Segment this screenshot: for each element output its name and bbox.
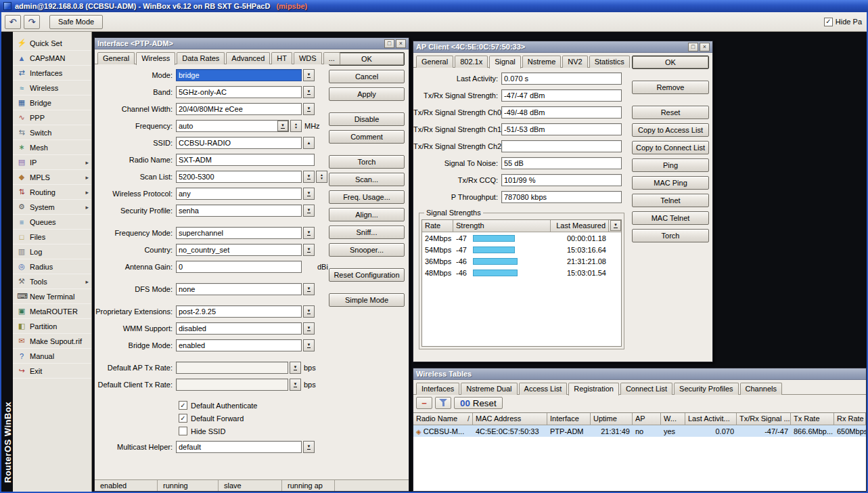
default-client-tx-rate-dropdown-button[interactable]: ▼ [290, 379, 301, 391]
column-interface[interactable]: Interface [547, 413, 591, 425]
maximize-button[interactable]: □ [688, 43, 698, 51]
ok-button[interactable]: OK [632, 56, 709, 69]
sidebar-item-queues[interactable]: ≡Queues [13, 215, 91, 230]
tab-nstreme-dual[interactable]: Nstreme Dual [461, 383, 517, 395]
frequency-spinner[interactable]: ▲▼ [290, 120, 302, 132]
mac-ping-button[interactable]: MAC Ping [632, 176, 709, 190]
column-signal[interactable]: Tx/Rx Signal ... [737, 413, 791, 425]
freq-usage-button[interactable]: Freq. Usage... [329, 190, 405, 204]
signal-strengths-table[interactable]: Rate Strength Last Measured ▼ 24Mbps -47… [421, 219, 622, 347]
bridge-mode-input[interactable]: enabled [176, 339, 302, 351]
column-mac-address[interactable]: MAC Address [473, 413, 547, 425]
signal-strength-ch1-value-box[interactable]: -51/-53 dBm [501, 123, 622, 135]
tab-nv2[interactable]: NV2 [562, 56, 587, 68]
tab-access-list[interactable]: Access List [519, 383, 568, 395]
remove-button[interactable]: Remove [632, 81, 709, 94]
tab-statistics[interactable]: Statistics [589, 56, 630, 68]
column-wds[interactable]: W... [661, 413, 685, 425]
sidebar-item-switch[interactable]: ⇆Switch [13, 125, 91, 140]
ping-button[interactable]: Ping [632, 158, 709, 172]
mac-telnet-button[interactable]: MAC Telnet [632, 211, 709, 225]
tab-wireless[interactable]: Wireless [136, 52, 175, 65]
sidebar-item-mesh[interactable]: ∗Mesh [13, 140, 91, 155]
sidebar-item-wireless[interactable]: ≈Wireless [13, 81, 91, 95]
default-client-tx-rate-input[interactable] [176, 379, 288, 391]
column-rx-rate[interactable]: Rx Rate [834, 413, 866, 425]
close-button[interactable]: × [396, 39, 406, 48]
sidebar-item-mpls[interactable]: ◆MPLS▸ [13, 170, 91, 185]
default-authenticate-checkbox[interactable]: ✓ [179, 401, 187, 410]
safe-mode-button[interactable]: Safe Mode [49, 15, 103, 29]
app-titlebar[interactable]: admin@192.168.0.8 (CCBSU-ADM) - WinBox v… [0, 0, 868, 12]
undo-button[interactable]: ↶ [5, 15, 21, 29]
remove-entry-button[interactable]: − [416, 397, 432, 409]
column-rate[interactable]: Rate [422, 220, 453, 232]
ssid-input[interactable]: CCBSU-RADIO [176, 137, 302, 149]
security-profile-dropdown-button[interactable]: ▼ [303, 205, 315, 217]
signal-row[interactable]: 36Mbps -46 21:31:21.08 [422, 255, 621, 267]
comment-button[interactable]: Comment [329, 130, 405, 144]
hide-passwords-toggle[interactable]: ✓ Hide Pa [824, 18, 863, 26]
channel-width-dropdown-button[interactable]: ▼ [303, 103, 315, 115]
country-input[interactable]: no_country_set [176, 244, 302, 256]
column-ap[interactable]: AP [633, 413, 661, 425]
tab-data-rates[interactable]: Data Rates [177, 52, 225, 64]
reset-button[interactable]: Reset [632, 106, 709, 119]
sidebar-item-new-terminal[interactable]: ⌨New Terminal [13, 289, 91, 304]
wireless-tables-titlebar[interactable]: Wireless Tables [413, 368, 866, 380]
signal-row[interactable]: 48Mbps -46 15:03:01.54 [422, 267, 621, 278]
snooper-button[interactable]: Snooper... [329, 243, 405, 257]
signal-to-noise-value-box[interactable]: 55 dB [501, 157, 622, 169]
sidebar-item-quick-set[interactable]: ⚡Quick Set [13, 36, 91, 51]
proprietary-extensions-input[interactable]: post-2.9.25 [176, 305, 302, 318]
ok-button[interactable]: OK [329, 52, 405, 66]
sidebar-item-interfaces[interactable]: ⇄Interfaces [13, 66, 91, 81]
default-ap-tx-rate-input[interactable] [176, 362, 288, 374]
mode-dropdown-button[interactable]: ▼ [303, 69, 315, 81]
interface-window-titlebar[interactable]: Interface <PTP-ADM> □ × [95, 38, 409, 49]
frequency-mode-input[interactable]: superchannel [176, 227, 302, 239]
ssid-collapse-button[interactable]: ▲ [303, 137, 315, 149]
multicast-helper-input[interactable]: default [176, 441, 302, 453]
antenna-gain-input[interactable]: 0 [176, 261, 302, 273]
tab-interfaces[interactable]: Interfaces [416, 383, 459, 395]
security-profile-input[interactable]: senha [176, 205, 302, 217]
tab-registration[interactable]: Registration [568, 383, 619, 395]
tab-general[interactable]: General [416, 56, 453, 68]
sidebar-item-exit[interactable]: ↪Exit [13, 364, 91, 379]
band-dropdown-button[interactable]: ▼ [303, 86, 315, 98]
column-radio-name[interactable]: Radio Name/ [413, 413, 473, 425]
copy-to-access-list-button[interactable]: Copy to Access List [632, 123, 709, 137]
ccq-value-box[interactable]: 101/99 % [501, 174, 622, 186]
scan-list-input[interactable]: 5200-5300 [176, 171, 302, 183]
dfs-mode-input[interactable]: none [176, 283, 302, 295]
reset-configuration-button[interactable]: Reset Configuration [329, 268, 405, 282]
sniff-button[interactable]: Sniff... [329, 226, 405, 239]
sidebar-item-ppp[interactable]: ∿PPP [13, 110, 91, 125]
column-select-dropdown-button[interactable]: ▼ [610, 220, 621, 231]
radio-name-input[interactable]: SXT-ADM [176, 154, 315, 166]
frequency-dropdown-button[interactable]: ▼ [277, 121, 288, 131]
maximize-button[interactable]: □ [384, 39, 394, 48]
sidebar-item-log[interactable]: ▥Log [13, 244, 91, 259]
reset-counters-button[interactable]: 00Reset [454, 397, 503, 409]
tab-advanced[interactable]: Advanced [226, 52, 270, 64]
sidebar-item-radius[interactable]: ◎Radius [13, 259, 91, 274]
sidebar-item-routing[interactable]: ⇅Routing▸ [13, 185, 91, 200]
tab-more[interactable]: ... [323, 52, 340, 64]
column-last-activity[interactable]: Last Activit... [685, 413, 737, 425]
wireless-protocol-input[interactable]: any [176, 188, 302, 200]
copy-to-connect-list-button[interactable]: Copy to Connect List [632, 141, 709, 154]
signal-strength-value-box[interactable]: -47/-47 dBm [501, 89, 622, 102]
sidebar-item-system[interactable]: ⚙System▸ [13, 200, 91, 215]
scan-list-add-remove-button[interactable]: ▲▼ [316, 171, 327, 183]
wireless-protocol-dropdown-button[interactable]: ▼ [303, 188, 315, 200]
frequency-mode-dropdown-button[interactable]: ▼ [303, 227, 315, 239]
tab-wds[interactable]: WDS [294, 52, 322, 64]
sidebar-item-tools[interactable]: ⚒Tools▸ [13, 274, 91, 289]
hide-ssid-checkbox[interactable]: ✓ [179, 427, 187, 435]
column-strength[interactable]: Strength [453, 220, 551, 232]
channel-width-input[interactable]: 20/40/80MHz eCee [176, 103, 302, 115]
tab-channels[interactable]: Channels [740, 383, 782, 395]
wmm-support-input[interactable]: disabled [176, 322, 302, 335]
